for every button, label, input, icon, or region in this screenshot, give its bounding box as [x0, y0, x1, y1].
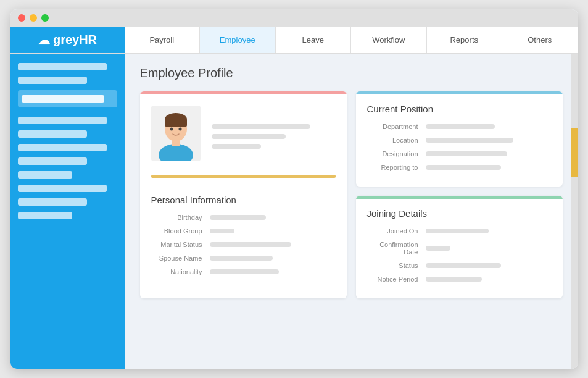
field-maritalstatus: Marital Status [151, 241, 336, 248]
field-bloodgroup: Blood Group [151, 227, 336, 235]
close-button[interactable] [18, 14, 25, 22]
field-label-reporting: Reporting to [367, 164, 426, 171]
field-value-spousename [210, 256, 336, 261]
profile-grid: Personal Information Birthday Blood Grou… [140, 91, 563, 298]
sidebar-item[interactable] [18, 185, 107, 192]
sidebar-item[interactable] [18, 158, 88, 165]
app-window: ☁ greyHR Payroll Employee Leave Workflow… [10, 9, 578, 369]
tab-reports[interactable]: Reports [427, 27, 503, 53]
field-label-birthday: Birthday [151, 214, 210, 221]
field-value-bloodgroup [210, 229, 336, 233]
avatar [151, 106, 201, 164]
minimize-button[interactable] [30, 14, 37, 22]
sidebar-item[interactable] [18, 144, 107, 151]
title-bar [10, 9, 578, 27]
main-content: Employee Profile [10, 54, 578, 369]
field-value-birthday [210, 215, 336, 220]
profile-id-placeholder [212, 144, 261, 149]
field-label-joinedon: Joined On [367, 227, 426, 235]
field-value-designation [426, 151, 552, 156]
profile-info [212, 121, 336, 149]
right-column: Current Position Department Location [356, 91, 563, 298]
field-value-joinedon [426, 229, 552, 233]
field-designation: Designation [367, 150, 552, 158]
sidebar-item[interactable] [18, 117, 107, 124]
svg-rect-5 [165, 119, 187, 127]
sidebar-item[interactable] [18, 130, 88, 138]
field-label-location: Location [367, 136, 426, 144]
logo[interactable]: ☁ greyHR [10, 27, 125, 53]
svg-point-7 [178, 128, 181, 131]
field-label-department: Department [367, 123, 426, 130]
field-birthday: Birthday [151, 214, 336, 221]
field-value-reporting [426, 165, 552, 170]
sidebar [10, 54, 125, 369]
svg-point-6 [170, 128, 173, 131]
field-joinedon: Joined On [367, 227, 552, 235]
joining-details-card: Joining Details Joined On Confirmation D… [356, 196, 563, 298]
personal-info-section: Personal Information Birthday Blood Grou… [140, 185, 347, 291]
tab-others[interactable]: Others [502, 27, 578, 53]
field-label-bloodgroup: Blood Group [151, 227, 210, 235]
field-label-spousename: Spouse Name [151, 254, 210, 262]
page-title: Employee Profile [140, 66, 563, 80]
field-label-maritalstatus: Marital Status [151, 241, 210, 248]
sidebar-item[interactable] [18, 198, 88, 206]
sidebar-item[interactable] [18, 171, 73, 178]
field-label-confirmationdate: Confirmation Date [367, 241, 426, 256]
field-location: Location [367, 136, 552, 144]
field-confirmationdate: Confirmation Date [367, 241, 552, 256]
field-value-location [426, 138, 552, 143]
sidebar-item[interactable] [18, 212, 73, 219]
tab-employee[interactable]: Employee [200, 27, 276, 53]
profile-card: Personal Information Birthday Blood Grou… [140, 91, 347, 298]
field-noticeperiod: Notice Period [367, 275, 552, 283]
profile-name-placeholder [212, 124, 311, 129]
field-status: Status [367, 262, 552, 269]
field-reporting: Reporting to [367, 164, 552, 171]
nav-tabs: Payroll Employee Leave Workflow Reports … [125, 27, 578, 53]
field-value-status [426, 263, 552, 268]
tab-leave[interactable]: Leave [276, 27, 352, 53]
scrollbar-thumb[interactable] [571, 128, 578, 177]
field-nationality: Nationality [151, 268, 336, 275]
page-area: Employee Profile [125, 54, 578, 369]
profile-role-placeholder [212, 134, 286, 139]
field-spousename: Spouse Name [151, 254, 336, 262]
maximize-button[interactable] [41, 14, 49, 22]
current-position-card: Current Position Department Location [356, 91, 563, 187]
current-position-section: Current Position Department Location [356, 94, 563, 187]
scrollbar-track [571, 54, 578, 369]
field-value-nationality [210, 269, 336, 274]
sidebar-item-active[interactable] [22, 95, 104, 103]
cloud-icon: ☁ [38, 33, 50, 48]
sidebar-item[interactable] [18, 63, 107, 70]
divider-bar [151, 175, 336, 178]
field-value-noticeperiod [426, 277, 552, 282]
field-label-nationality: Nationality [151, 268, 210, 275]
field-label-designation: Designation [367, 150, 426, 158]
personal-info-title: Personal Information [151, 195, 336, 205]
tab-workflow[interactable]: Workflow [351, 27, 427, 53]
logo-text: ☁ greyHR [38, 33, 97, 48]
field-value-maritalstatus [210, 242, 336, 247]
field-value-department [426, 124, 552, 129]
field-department: Department [367, 123, 552, 130]
sidebar-item[interactable] [18, 77, 88, 84]
profile-card-content [140, 94, 347, 175]
nav-bar: ☁ greyHR Payroll Employee Leave Workflow… [10, 27, 578, 54]
sidebar-highlight [18, 90, 117, 107]
field-label-status: Status [367, 262, 426, 269]
joining-details-section: Joining Details Joined On Confirmation D… [356, 199, 563, 298]
tab-payroll[interactable]: Payroll [125, 27, 201, 53]
current-position-title: Current Position [367, 104, 552, 114]
field-value-confirmationdate [426, 246, 552, 251]
field-label-noticeperiod: Notice Period [367, 275, 426, 283]
joining-details-title: Joining Details [367, 208, 552, 219]
